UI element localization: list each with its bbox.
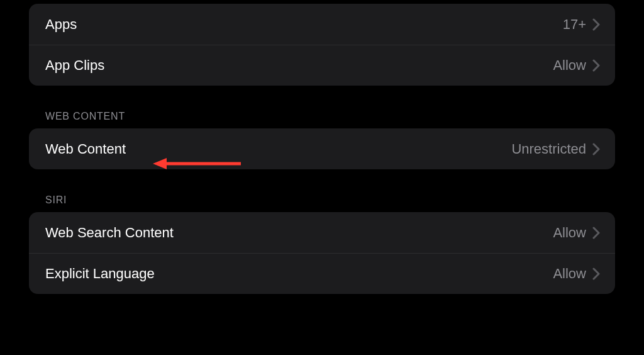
top-settings-group: Apps 17+ App Clips Allow bbox=[29, 4, 615, 86]
row-explicit-language-value: Allow bbox=[553, 266, 586, 282]
row-apps-value: 17+ bbox=[563, 16, 586, 33]
web-content-header: WEB CONTENT bbox=[45, 111, 615, 122]
row-web-search-content-right: Allow bbox=[553, 225, 600, 241]
row-web-content-right: Unrestricted bbox=[511, 141, 600, 157]
row-web-content-label: Web Content bbox=[45, 141, 126, 157]
row-app-clips-label: App Clips bbox=[45, 57, 104, 74]
chevron-right-icon bbox=[592, 143, 600, 155]
row-apps-label: Apps bbox=[45, 16, 77, 33]
siri-section: SIRI Web Search Content Allow Explicit L… bbox=[29, 194, 615, 294]
chevron-right-icon bbox=[592, 18, 600, 31]
web-content-group: Web Content Unrestricted bbox=[29, 128, 615, 169]
chevron-right-icon bbox=[592, 268, 600, 280]
chevron-right-icon bbox=[592, 59, 600, 72]
row-web-content-value: Unrestricted bbox=[511, 141, 586, 157]
row-app-clips-right: Allow bbox=[553, 57, 600, 74]
row-explicit-language-label: Explicit Language bbox=[45, 266, 155, 282]
row-web-content[interactable]: Web Content Unrestricted bbox=[29, 128, 615, 169]
row-explicit-language[interactable]: Explicit Language Allow bbox=[29, 253, 615, 294]
row-app-clips[interactable]: App Clips Allow bbox=[29, 45, 615, 86]
row-web-search-content-value: Allow bbox=[553, 225, 586, 241]
row-web-search-content-label: Web Search Content bbox=[45, 225, 174, 241]
row-web-search-content[interactable]: Web Search Content Allow bbox=[29, 212, 615, 253]
row-apps-right: 17+ bbox=[563, 16, 600, 33]
siri-header: SIRI bbox=[45, 194, 615, 206]
chevron-right-icon bbox=[592, 227, 600, 239]
siri-group: Web Search Content Allow Explicit Langua… bbox=[29, 212, 615, 294]
row-explicit-language-right: Allow bbox=[553, 266, 600, 282]
row-apps[interactable]: Apps 17+ bbox=[29, 4, 615, 45]
web-content-section: WEB CONTENT Web Content Unrestricted bbox=[29, 111, 615, 169]
row-app-clips-value: Allow bbox=[553, 57, 586, 74]
